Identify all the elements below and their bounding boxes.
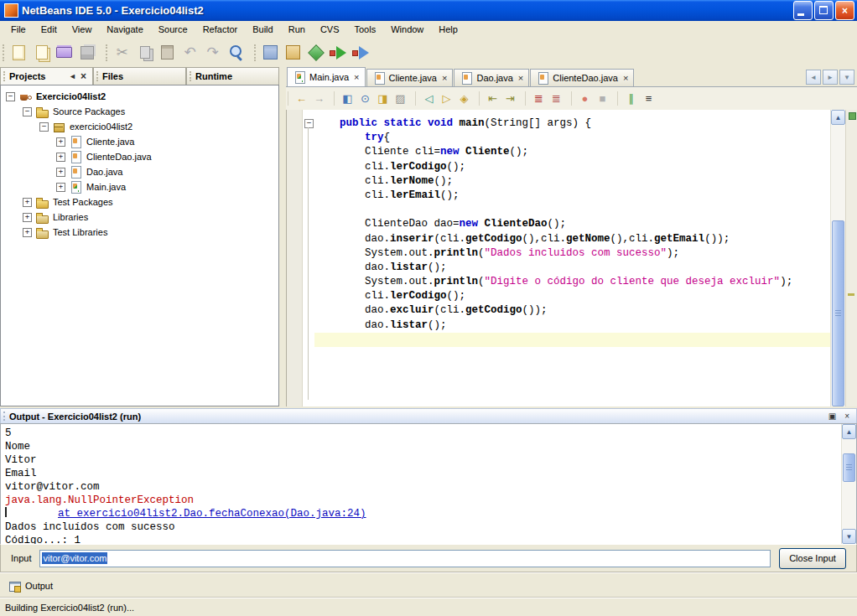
run-file-icon[interactable] xyxy=(328,42,349,63)
editor-scroll-track[interactable] xyxy=(831,125,845,406)
previous-bookmark-icon[interactable]: ◁ xyxy=(421,91,437,106)
menu-item-run[interactable]: Run xyxy=(281,22,313,37)
editor-tab-clientedao-java[interactable]: ClienteDao.java× xyxy=(530,69,634,86)
tab-list-dropdown-icon[interactable]: ▼ xyxy=(839,70,854,85)
scroll-tabs-right-icon[interactable]: ► xyxy=(823,70,838,85)
restore-button[interactable] xyxy=(814,1,834,20)
menu-item-edit[interactable]: Edit xyxy=(34,22,65,37)
editor-tab-dao-java[interactable]: Dao.java× xyxy=(454,69,529,86)
output-scroll-track[interactable] xyxy=(842,439,856,529)
uncomment-lines-icon[interactable]: ≣ xyxy=(548,91,564,106)
expand-minus-icon[interactable]: − xyxy=(23,107,32,116)
close-input-button[interactable]: Close Input xyxy=(779,548,846,569)
close-tab-icon[interactable]: × xyxy=(354,74,359,81)
menu-item-build[interactable]: Build xyxy=(245,22,280,37)
output-scroll-up-icon[interactable]: ▲ xyxy=(842,424,856,439)
expand-plus-icon[interactable]: + xyxy=(23,213,32,222)
tab-runtime[interactable]: Runtime xyxy=(186,67,279,85)
tree-item-test-packages[interactable]: +Test Packages xyxy=(1,194,278,210)
tree-item-main-java[interactable]: +Main.java xyxy=(1,179,278,194)
scroll-up-icon[interactable]: ▲ xyxy=(831,110,845,125)
format-code-icon[interactable]: ≡ xyxy=(641,91,657,106)
projects-tree[interactable]: −Exercicio04list2−Source Packages−exerci… xyxy=(0,85,279,406)
menu-item-navigate[interactable]: Navigate xyxy=(99,22,150,37)
shift-line-right-icon[interactable]: ⇥ xyxy=(502,91,518,106)
close-icon[interactable]: × xyxy=(80,73,87,80)
debug-main-project-icon[interactable] xyxy=(351,42,371,63)
maximize-window-icon[interactable]: ▣ xyxy=(826,412,839,421)
expand-plus-icon[interactable]: + xyxy=(23,228,32,237)
new-file-icon[interactable] xyxy=(8,42,29,63)
auto-hide-icon[interactable]: ◄ xyxy=(68,72,77,80)
save-all-icon[interactable] xyxy=(76,42,97,63)
stack-trace-link[interactable]: at exercicio04list2.Dao.fechaConexao(Dao… xyxy=(58,508,366,520)
menu-item-cvs[interactable]: CVS xyxy=(313,22,347,37)
find-next-occurrence-icon[interactable]: ◨ xyxy=(375,91,391,106)
redo-icon[interactable]: ↷ xyxy=(202,42,223,63)
stop-macro-recording-icon[interactable]: ■ xyxy=(595,91,610,106)
editor-tab-main-java[interactable]: Main.java× xyxy=(287,67,366,86)
tree-item-source-packages[interactable]: −Source Packages xyxy=(1,104,278,119)
toggle-comment-icon[interactable]: ∥ xyxy=(623,91,639,106)
tree-item-exercicio04list2[interactable]: −Exercicio04list2 xyxy=(1,89,278,104)
forward-icon[interactable]: → xyxy=(311,91,327,106)
bottom-tab-output[interactable]: Output xyxy=(7,577,60,594)
menu-item-source[interactable]: Source xyxy=(151,22,195,37)
next-bookmark-icon[interactable]: ▷ xyxy=(439,91,454,106)
editor-tab-cliente-java[interactable]: Cliente.java× xyxy=(366,69,454,86)
output-vertical-scrollbar[interactable]: ▲ ▼ xyxy=(841,424,856,544)
tree-item-test-libraries[interactable]: +Test Libraries xyxy=(1,225,278,240)
error-stripe-mark[interactable] xyxy=(848,293,854,296)
expand-plus-icon[interactable]: + xyxy=(56,183,65,192)
find-selection-icon[interactable]: ◧ xyxy=(340,91,356,106)
comment-lines-icon[interactable]: ≣ xyxy=(531,91,547,106)
expand-plus-icon[interactable]: + xyxy=(56,168,65,177)
paste-icon[interactable] xyxy=(157,42,178,63)
clean-build-icon[interactable] xyxy=(283,42,304,63)
back-icon[interactable]: ← xyxy=(293,91,309,106)
undo-icon[interactable]: ↶ xyxy=(179,42,200,63)
toggle-bookmark-icon[interactable]: ◈ xyxy=(456,91,472,106)
fold-collapse-icon[interactable]: − xyxy=(304,119,314,128)
expand-minus-icon[interactable]: − xyxy=(6,92,15,101)
tree-item-cliente-java[interactable]: +Cliente.java xyxy=(1,134,278,149)
code-view[interactable]: public static void main(String[] args) {… xyxy=(314,110,830,406)
shift-line-left-icon[interactable]: ⇤ xyxy=(485,91,501,106)
output-scroll-down-icon[interactable]: ▼ xyxy=(842,529,856,544)
new-project-icon[interactable] xyxy=(31,42,52,63)
build-main-project-icon[interactable] xyxy=(260,42,281,63)
tab-files[interactable]: Files xyxy=(93,67,186,85)
menu-item-view[interactable]: View xyxy=(65,22,100,37)
scroll-tabs-left-icon[interactable]: ◄ xyxy=(806,70,821,85)
minimize-button[interactable] xyxy=(793,1,813,20)
expand-plus-icon[interactable]: + xyxy=(23,198,32,207)
menu-item-window[interactable]: Window xyxy=(383,22,431,37)
menu-item-help[interactable]: Help xyxy=(431,22,465,37)
expand-plus-icon[interactable]: + xyxy=(56,137,65,147)
toggle-highlight-search-icon[interactable]: ▨ xyxy=(392,91,408,106)
copy-icon[interactable] xyxy=(134,42,155,63)
tab-projects[interactable]: Projects◄× xyxy=(0,67,93,85)
find-icon[interactable] xyxy=(225,42,246,63)
tree-item-clientedao-java[interactable]: +ClienteDao.java xyxy=(1,149,278,164)
tree-item-libraries[interactable]: +Libraries xyxy=(1,210,278,225)
tree-item-exercicio04list2[interactable]: −exercicio04list2 xyxy=(1,119,278,134)
close-window-icon[interactable]: × xyxy=(842,412,852,421)
expand-minus-icon[interactable]: − xyxy=(39,122,49,132)
menu-item-refactor[interactable]: Refactor xyxy=(195,22,246,37)
find-icon[interactable]: ⊙ xyxy=(357,91,373,106)
output-scroll-thumb[interactable] xyxy=(843,453,855,482)
error-stripe[interactable] xyxy=(845,110,857,406)
close-tab-icon[interactable]: × xyxy=(518,75,523,82)
cut-icon[interactable]: ✂ xyxy=(112,42,132,63)
expand-plus-icon[interactable]: + xyxy=(56,153,65,162)
close-tab-icon[interactable]: × xyxy=(623,75,628,82)
close-button[interactable]: × xyxy=(835,1,854,20)
input-field[interactable]: vitor@vitor.com xyxy=(39,550,771,567)
start-macro-recording-icon[interactable]: ● xyxy=(577,91,593,106)
close-tab-icon[interactable]: × xyxy=(442,75,447,82)
menu-item-tools[interactable]: Tools xyxy=(347,22,384,37)
run-main-project-icon[interactable] xyxy=(305,42,326,63)
output-text[interactable]: 5NomeVitorEmailvitor@vitor.comjava.lang.… xyxy=(1,424,841,544)
menu-item-file[interactable]: File xyxy=(3,22,34,37)
